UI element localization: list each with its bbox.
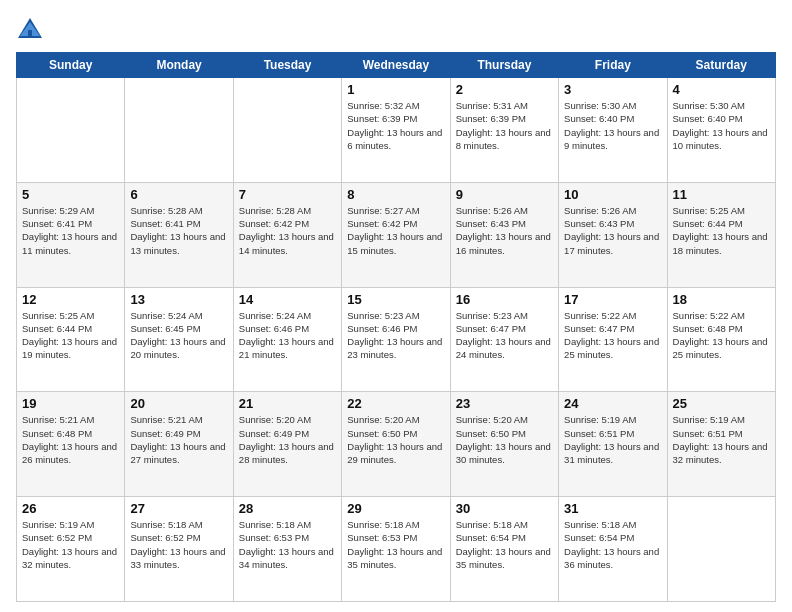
weekday-header-monday: Monday <box>125 53 233 78</box>
calendar-week-1: 1Sunrise: 5:32 AM Sunset: 6:39 PM Daylig… <box>17 78 776 183</box>
day-info: Sunrise: 5:18 AM Sunset: 6:54 PM Dayligh… <box>456 518 553 571</box>
header <box>16 16 776 44</box>
day-info: Sunrise: 5:30 AM Sunset: 6:40 PM Dayligh… <box>673 99 770 152</box>
day-info: Sunrise: 5:29 AM Sunset: 6:41 PM Dayligh… <box>22 204 119 257</box>
calendar-cell: 1Sunrise: 5:32 AM Sunset: 6:39 PM Daylig… <box>342 78 450 183</box>
calendar-cell <box>233 78 341 183</box>
weekday-header-wednesday: Wednesday <box>342 53 450 78</box>
calendar-cell: 8Sunrise: 5:27 AM Sunset: 6:42 PM Daylig… <box>342 182 450 287</box>
day-info: Sunrise: 5:24 AM Sunset: 6:45 PM Dayligh… <box>130 309 227 362</box>
day-info: Sunrise: 5:23 AM Sunset: 6:47 PM Dayligh… <box>456 309 553 362</box>
day-info: Sunrise: 5:32 AM Sunset: 6:39 PM Dayligh… <box>347 99 444 152</box>
weekday-header-thursday: Thursday <box>450 53 558 78</box>
calendar-cell: 2Sunrise: 5:31 AM Sunset: 6:39 PM Daylig… <box>450 78 558 183</box>
calendar-cell: 4Sunrise: 5:30 AM Sunset: 6:40 PM Daylig… <box>667 78 775 183</box>
calendar-cell <box>125 78 233 183</box>
day-info: Sunrise: 5:24 AM Sunset: 6:46 PM Dayligh… <box>239 309 336 362</box>
calendar-cell: 10Sunrise: 5:26 AM Sunset: 6:43 PM Dayli… <box>559 182 667 287</box>
day-info: Sunrise: 5:30 AM Sunset: 6:40 PM Dayligh… <box>564 99 661 152</box>
calendar-week-4: 19Sunrise: 5:21 AM Sunset: 6:48 PM Dayli… <box>17 392 776 497</box>
day-number: 14 <box>239 292 336 307</box>
calendar-cell: 16Sunrise: 5:23 AM Sunset: 6:47 PM Dayli… <box>450 287 558 392</box>
day-info: Sunrise: 5:25 AM Sunset: 6:44 PM Dayligh… <box>673 204 770 257</box>
day-info: Sunrise: 5:26 AM Sunset: 6:43 PM Dayligh… <box>456 204 553 257</box>
day-number: 29 <box>347 501 444 516</box>
day-number: 3 <box>564 82 661 97</box>
calendar-cell: 19Sunrise: 5:21 AM Sunset: 6:48 PM Dayli… <box>17 392 125 497</box>
calendar-week-3: 12Sunrise: 5:25 AM Sunset: 6:44 PM Dayli… <box>17 287 776 392</box>
day-info: Sunrise: 5:19 AM Sunset: 6:51 PM Dayligh… <box>564 413 661 466</box>
calendar-cell: 17Sunrise: 5:22 AM Sunset: 6:47 PM Dayli… <box>559 287 667 392</box>
day-number: 12 <box>22 292 119 307</box>
day-number: 8 <box>347 187 444 202</box>
day-number: 13 <box>130 292 227 307</box>
calendar-table: SundayMondayTuesdayWednesdayThursdayFrid… <box>16 52 776 602</box>
day-number: 17 <box>564 292 661 307</box>
day-info: Sunrise: 5:28 AM Sunset: 6:42 PM Dayligh… <box>239 204 336 257</box>
day-number: 30 <box>456 501 553 516</box>
day-number: 26 <box>22 501 119 516</box>
calendar-cell: 14Sunrise: 5:24 AM Sunset: 6:46 PM Dayli… <box>233 287 341 392</box>
logo <box>16 16 48 44</box>
day-info: Sunrise: 5:28 AM Sunset: 6:41 PM Dayligh… <box>130 204 227 257</box>
day-number: 15 <box>347 292 444 307</box>
weekday-header-saturday: Saturday <box>667 53 775 78</box>
calendar-cell: 7Sunrise: 5:28 AM Sunset: 6:42 PM Daylig… <box>233 182 341 287</box>
day-number: 11 <box>673 187 770 202</box>
day-info: Sunrise: 5:20 AM Sunset: 6:49 PM Dayligh… <box>239 413 336 466</box>
calendar-cell: 26Sunrise: 5:19 AM Sunset: 6:52 PM Dayli… <box>17 497 125 602</box>
calendar-cell: 6Sunrise: 5:28 AM Sunset: 6:41 PM Daylig… <box>125 182 233 287</box>
day-info: Sunrise: 5:21 AM Sunset: 6:49 PM Dayligh… <box>130 413 227 466</box>
day-info: Sunrise: 5:25 AM Sunset: 6:44 PM Dayligh… <box>22 309 119 362</box>
calendar-cell: 9Sunrise: 5:26 AM Sunset: 6:43 PM Daylig… <box>450 182 558 287</box>
day-number: 23 <box>456 396 553 411</box>
weekday-header-tuesday: Tuesday <box>233 53 341 78</box>
calendar-cell: 30Sunrise: 5:18 AM Sunset: 6:54 PM Dayli… <box>450 497 558 602</box>
calendar-cell: 24Sunrise: 5:19 AM Sunset: 6:51 PM Dayli… <box>559 392 667 497</box>
calendar-cell: 31Sunrise: 5:18 AM Sunset: 6:54 PM Dayli… <box>559 497 667 602</box>
day-info: Sunrise: 5:21 AM Sunset: 6:48 PM Dayligh… <box>22 413 119 466</box>
day-info: Sunrise: 5:23 AM Sunset: 6:46 PM Dayligh… <box>347 309 444 362</box>
day-number: 31 <box>564 501 661 516</box>
calendar-cell: 20Sunrise: 5:21 AM Sunset: 6:49 PM Dayli… <box>125 392 233 497</box>
calendar-week-2: 5Sunrise: 5:29 AM Sunset: 6:41 PM Daylig… <box>17 182 776 287</box>
day-number: 21 <box>239 396 336 411</box>
calendar-cell: 21Sunrise: 5:20 AM Sunset: 6:49 PM Dayli… <box>233 392 341 497</box>
weekday-header-friday: Friday <box>559 53 667 78</box>
day-number: 10 <box>564 187 661 202</box>
day-info: Sunrise: 5:26 AM Sunset: 6:43 PM Dayligh… <box>564 204 661 257</box>
day-info: Sunrise: 5:19 AM Sunset: 6:51 PM Dayligh… <box>673 413 770 466</box>
calendar-cell: 11Sunrise: 5:25 AM Sunset: 6:44 PM Dayli… <box>667 182 775 287</box>
day-number: 4 <box>673 82 770 97</box>
day-info: Sunrise: 5:18 AM Sunset: 6:54 PM Dayligh… <box>564 518 661 571</box>
day-number: 7 <box>239 187 336 202</box>
calendar-cell: 15Sunrise: 5:23 AM Sunset: 6:46 PM Dayli… <box>342 287 450 392</box>
weekday-header-sunday: Sunday <box>17 53 125 78</box>
day-info: Sunrise: 5:19 AM Sunset: 6:52 PM Dayligh… <box>22 518 119 571</box>
day-number: 18 <box>673 292 770 307</box>
day-number: 25 <box>673 396 770 411</box>
day-info: Sunrise: 5:18 AM Sunset: 6:53 PM Dayligh… <box>347 518 444 571</box>
day-number: 22 <box>347 396 444 411</box>
calendar-cell: 18Sunrise: 5:22 AM Sunset: 6:48 PM Dayli… <box>667 287 775 392</box>
day-number: 19 <box>22 396 119 411</box>
calendar-cell: 29Sunrise: 5:18 AM Sunset: 6:53 PM Dayli… <box>342 497 450 602</box>
calendar-week-5: 26Sunrise: 5:19 AM Sunset: 6:52 PM Dayli… <box>17 497 776 602</box>
day-info: Sunrise: 5:22 AM Sunset: 6:48 PM Dayligh… <box>673 309 770 362</box>
calendar-cell <box>17 78 125 183</box>
day-info: Sunrise: 5:20 AM Sunset: 6:50 PM Dayligh… <box>456 413 553 466</box>
calendar-cell <box>667 497 775 602</box>
day-number: 24 <box>564 396 661 411</box>
day-info: Sunrise: 5:31 AM Sunset: 6:39 PM Dayligh… <box>456 99 553 152</box>
calendar-cell: 28Sunrise: 5:18 AM Sunset: 6:53 PM Dayli… <box>233 497 341 602</box>
day-number: 27 <box>130 501 227 516</box>
calendar-cell: 3Sunrise: 5:30 AM Sunset: 6:40 PM Daylig… <box>559 78 667 183</box>
day-number: 2 <box>456 82 553 97</box>
calendar-cell: 25Sunrise: 5:19 AM Sunset: 6:51 PM Dayli… <box>667 392 775 497</box>
logo-icon <box>16 16 44 44</box>
day-info: Sunrise: 5:27 AM Sunset: 6:42 PM Dayligh… <box>347 204 444 257</box>
day-info: Sunrise: 5:20 AM Sunset: 6:50 PM Dayligh… <box>347 413 444 466</box>
day-info: Sunrise: 5:18 AM Sunset: 6:53 PM Dayligh… <box>239 518 336 571</box>
page: SundayMondayTuesdayWednesdayThursdayFrid… <box>0 0 792 612</box>
calendar-cell: 22Sunrise: 5:20 AM Sunset: 6:50 PM Dayli… <box>342 392 450 497</box>
